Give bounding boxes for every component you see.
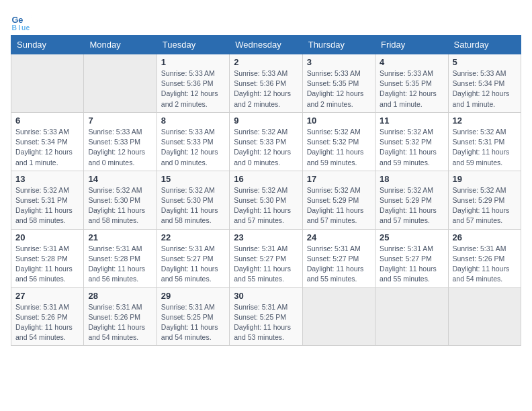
day-number: 7 — [88, 116, 152, 126]
day-detail: Sunrise: 5:32 AM Sunset: 5:29 PM Dayligh… — [307, 185, 371, 226]
calendar-cell: 30Sunrise: 5:31 AM Sunset: 5:25 PM Dayli… — [230, 287, 302, 346]
calendar-cell: 1Sunrise: 5:33 AM Sunset: 5:36 PM Daylig… — [157, 54, 229, 113]
calendar-cell: 13Sunrise: 5:32 AM Sunset: 5:31 PM Dayli… — [11, 171, 84, 229]
calendar-cell: 24Sunrise: 5:31 AM Sunset: 5:27 PM Dayli… — [302, 229, 375, 287]
day-number: 1 — [161, 57, 225, 67]
logo: G e B l u e — [11, 11, 35, 32]
day-number: 21 — [88, 232, 152, 242]
svg-text:u: u — [21, 24, 26, 32]
calendar-cell: 22Sunrise: 5:31 AM Sunset: 5:27 PM Dayli… — [157, 229, 229, 287]
calendar-cell: 7Sunrise: 5:33 AM Sunset: 5:33 PM Daylig… — [84, 112, 157, 171]
day-number: 13 — [15, 174, 79, 184]
day-detail: Sunrise: 5:33 AM Sunset: 5:34 PM Dayligh… — [453, 68, 517, 109]
day-detail: Sunrise: 5:33 AM Sunset: 5:33 PM Dayligh… — [161, 127, 225, 168]
calendar-cell: 19Sunrise: 5:32 AM Sunset: 5:29 PM Dayli… — [448, 171, 521, 229]
day-detail: Sunrise: 5:32 AM Sunset: 5:29 PM Dayligh… — [453, 185, 517, 226]
logo-icon: G e B l u e — [11, 11, 32, 32]
day-number: 24 — [307, 232, 371, 242]
day-detail: Sunrise: 5:31 AM Sunset: 5:25 PM Dayligh… — [234, 302, 298, 343]
day-detail: Sunrise: 5:32 AM Sunset: 5:30 PM Dayligh… — [234, 185, 298, 226]
day-number: 5 — [453, 57, 517, 67]
calendar-cell: 2Sunrise: 5:33 AM Sunset: 5:36 PM Daylig… — [230, 54, 302, 113]
calendar-cell: 23Sunrise: 5:31 AM Sunset: 5:27 PM Dayli… — [230, 229, 302, 287]
day-number: 30 — [234, 291, 298, 301]
day-detail: Sunrise: 5:31 AM Sunset: 5:27 PM Dayligh… — [234, 244, 298, 285]
day-number: 29 — [161, 291, 225, 301]
day-detail: Sunrise: 5:32 AM Sunset: 5:31 PM Dayligh… — [453, 127, 517, 168]
calendar-cell: 11Sunrise: 5:32 AM Sunset: 5:32 PM Dayli… — [375, 112, 448, 171]
day-detail: Sunrise: 5:32 AM Sunset: 5:30 PM Dayligh… — [161, 185, 225, 226]
svg-text:B: B — [12, 24, 17, 32]
day-detail: Sunrise: 5:32 AM Sunset: 5:30 PM Dayligh… — [88, 185, 152, 226]
week-row-4: 20Sunrise: 5:31 AM Sunset: 5:28 PM Dayli… — [11, 229, 521, 287]
day-header-friday: Friday — [375, 36, 448, 54]
day-header-tuesday: Tuesday — [157, 36, 229, 54]
calendar-cell: 26Sunrise: 5:31 AM Sunset: 5:26 PM Dayli… — [448, 229, 521, 287]
day-number: 6 — [15, 116, 79, 126]
day-header-thursday: Thursday — [302, 36, 375, 54]
day-number: 28 — [88, 291, 152, 301]
calendar-cell — [302, 287, 375, 346]
day-detail: Sunrise: 5:31 AM Sunset: 5:27 PM Dayligh… — [307, 244, 371, 285]
calendar-cell: 27Sunrise: 5:31 AM Sunset: 5:26 PM Dayli… — [11, 287, 84, 346]
calendar-table: SundayMondayTuesdayWednesdayThursdayFrid… — [11, 35, 521, 346]
day-detail: Sunrise: 5:31 AM Sunset: 5:26 PM Dayligh… — [15, 302, 79, 343]
day-number: 8 — [161, 116, 225, 126]
calendar-cell — [448, 287, 521, 346]
calendar-cell: 17Sunrise: 5:32 AM Sunset: 5:29 PM Dayli… — [302, 171, 375, 229]
calendar-cell: 21Sunrise: 5:31 AM Sunset: 5:28 PM Dayli… — [84, 229, 157, 287]
day-detail: Sunrise: 5:32 AM Sunset: 5:32 PM Dayligh… — [380, 127, 443, 168]
day-header-sunday: Sunday — [11, 36, 84, 54]
calendar-cell: 12Sunrise: 5:32 AM Sunset: 5:31 PM Dayli… — [448, 112, 521, 171]
day-number: 15 — [161, 174, 225, 184]
day-header-saturday: Saturday — [448, 36, 521, 54]
calendar-cell: 16Sunrise: 5:32 AM Sunset: 5:30 PM Dayli… — [230, 171, 302, 229]
day-headers: SundayMondayTuesdayWednesdayThursdayFrid… — [11, 36, 521, 54]
calendar-cell: 18Sunrise: 5:32 AM Sunset: 5:29 PM Dayli… — [375, 171, 448, 229]
calendar-cell — [375, 287, 448, 346]
day-number: 12 — [453, 116, 517, 126]
svg-text:l: l — [18, 24, 20, 32]
day-number: 3 — [307, 57, 371, 67]
calendar-cell: 28Sunrise: 5:31 AM Sunset: 5:26 PM Dayli… — [84, 287, 157, 346]
day-number: 19 — [453, 174, 517, 184]
day-number: 26 — [453, 232, 517, 242]
week-row-1: 1Sunrise: 5:33 AM Sunset: 5:36 PM Daylig… — [11, 54, 521, 113]
calendar-cell: 29Sunrise: 5:31 AM Sunset: 5:25 PM Dayli… — [157, 287, 229, 346]
day-detail: Sunrise: 5:31 AM Sunset: 5:26 PM Dayligh… — [88, 302, 152, 343]
header: G e B l u e — [11, 11, 521, 32]
day-detail: Sunrise: 5:31 AM Sunset: 5:27 PM Dayligh… — [380, 244, 443, 285]
calendar-cell: 3Sunrise: 5:33 AM Sunset: 5:35 PM Daylig… — [302, 54, 375, 113]
calendar-cell — [11, 54, 84, 113]
day-number: 4 — [380, 57, 443, 67]
week-row-3: 13Sunrise: 5:32 AM Sunset: 5:31 PM Dayli… — [11, 171, 521, 229]
day-number: 22 — [161, 232, 225, 242]
calendar-cell: 4Sunrise: 5:33 AM Sunset: 5:35 PM Daylig… — [375, 54, 448, 113]
day-number: 11 — [380, 116, 443, 126]
day-number: 17 — [307, 174, 371, 184]
week-row-2: 6Sunrise: 5:33 AM Sunset: 5:34 PM Daylig… — [11, 112, 521, 171]
calendar-cell — [84, 54, 157, 113]
day-detail: Sunrise: 5:32 AM Sunset: 5:33 PM Dayligh… — [234, 127, 298, 168]
day-number: 2 — [234, 57, 298, 67]
day-detail: Sunrise: 5:33 AM Sunset: 5:33 PM Dayligh… — [88, 127, 152, 168]
day-number: 10 — [307, 116, 371, 126]
day-detail: Sunrise: 5:33 AM Sunset: 5:36 PM Dayligh… — [161, 68, 225, 109]
day-number: 23 — [234, 232, 298, 242]
calendar-cell: 14Sunrise: 5:32 AM Sunset: 5:30 PM Dayli… — [84, 171, 157, 229]
day-detail: Sunrise: 5:32 AM Sunset: 5:32 PM Dayligh… — [307, 127, 371, 168]
day-number: 16 — [234, 174, 298, 184]
day-header-wednesday: Wednesday — [230, 36, 302, 54]
calendar-cell: 6Sunrise: 5:33 AM Sunset: 5:34 PM Daylig… — [11, 112, 84, 171]
day-number: 9 — [234, 116, 298, 126]
day-detail: Sunrise: 5:33 AM Sunset: 5:35 PM Dayligh… — [380, 68, 443, 109]
day-number: 27 — [15, 291, 79, 301]
calendar-cell: 10Sunrise: 5:32 AM Sunset: 5:32 PM Dayli… — [302, 112, 375, 171]
day-header-monday: Monday — [84, 36, 157, 54]
svg-text:G: G — [12, 15, 19, 25]
day-number: 20 — [15, 232, 79, 242]
svg-text:e: e — [18, 15, 23, 25]
day-detail: Sunrise: 5:31 AM Sunset: 5:27 PM Dayligh… — [161, 244, 225, 285]
calendar-cell: 5Sunrise: 5:33 AM Sunset: 5:34 PM Daylig… — [448, 54, 521, 113]
day-number: 14 — [88, 174, 152, 184]
